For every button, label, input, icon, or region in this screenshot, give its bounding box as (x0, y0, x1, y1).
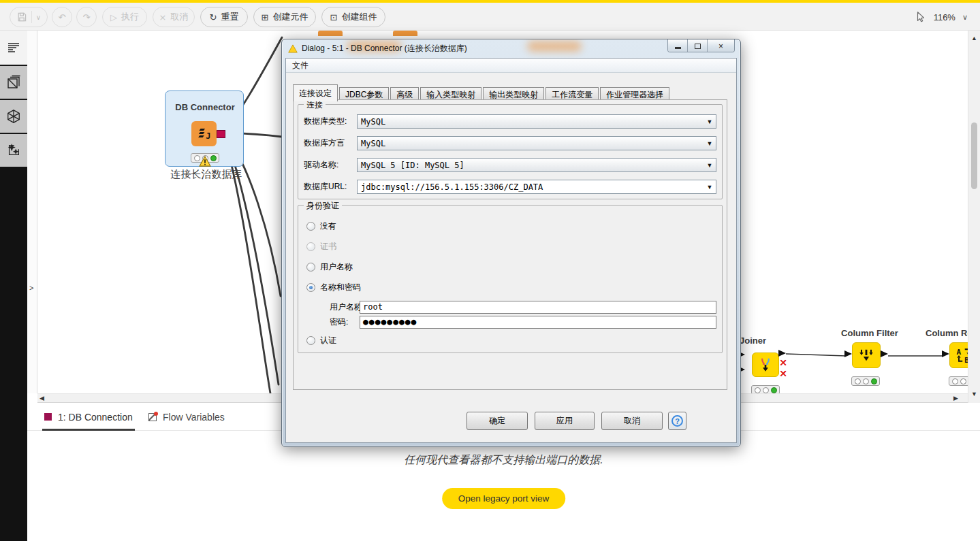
sidebar-item-3d-cube[interactable] (0, 99, 27, 133)
close-icon: × (718, 42, 723, 51)
radio-icon (306, 263, 315, 272)
scroll-up-arrow[interactable]: ▲ (971, 35, 977, 42)
traffic-light-status (851, 376, 880, 386)
db-url-label: 数据库URL: (304, 180, 358, 194)
execute-label: 执行 (121, 11, 139, 23)
main-toolbar: ∨ ↶ ↷ ▷ 执行 × 取消 ↻ 重置 ⊞ 创建元件 ⊡ 创建组件 116% (0, 3, 980, 31)
zoom-chevron-icon[interactable]: ∨ (962, 13, 968, 22)
scroll-down-arrow[interactable]: ▼ (971, 391, 977, 397)
column-rename-glyph-icon: A B (954, 346, 968, 365)
close-button[interactable]: × (708, 39, 734, 52)
driver-name-label: 驱动名称: (304, 158, 358, 172)
sidebar-item-description[interactable] (0, 31, 27, 65)
menu-file[interactable]: 文件 (292, 61, 309, 70)
minimize-icon (675, 47, 681, 49)
node-title: Column Re (926, 328, 968, 338)
db-type-label: 数据库类型: (304, 114, 358, 129)
tab-flow-variables[interactable]: Flow Variables (148, 403, 225, 431)
description-lines-icon (6, 40, 21, 55)
maximize-icon (695, 44, 701, 49)
undo-icon: ↶ (59, 12, 66, 22)
help-icon: ? (671, 415, 683, 427)
password-input[interactable]: ●●●●●●●●● (360, 316, 716, 329)
vertical-scrollbar[interactable]: ▲ ▼ (968, 31, 980, 403)
create-metanode-label: 创建元件 (272, 11, 308, 23)
error-x-icon: ✕ (779, 358, 787, 367)
node-joiner[interactable] (752, 353, 779, 377)
dialog-titlebar[interactable]: Dialog - 5:1 - DB Connector (连接长治数据库) × (282, 39, 740, 58)
username-input[interactable]: root (360, 301, 716, 314)
dialog-client-area: 文件 连接设定 JDBC参数 高级 输入类型映射 输出类型映射 工作流变量 作业… (285, 58, 737, 443)
tab-connection-settings[interactable]: 连接设定 (293, 84, 338, 101)
db-url-field[interactable]: jdbc:mysql://156.5.1.155:3306/CZ_DATA ▼ (357, 180, 716, 194)
auth-option-kerberos[interactable]: 认证 (306, 335, 336, 346)
maximize-button[interactable] (688, 39, 708, 52)
radio-icon (306, 222, 315, 231)
db-connector-node-icon[interactable]: J (191, 121, 217, 146)
reset-icon: ↻ (210, 12, 217, 22)
db-type-dropdown[interactable]: MySQL ▼ (357, 114, 716, 129)
sidebar-item-ai[interactable] (0, 133, 27, 167)
output-port-arrow[interactable] (881, 350, 888, 357)
app-root: ∨ ↶ ↷ ▷ 执行 × 取消 ↻ 重置 ⊞ 创建元件 ⊡ 创建组件 116% (0, 0, 980, 541)
scroll-left-arrow[interactable]: ◀ (39, 395, 44, 401)
sidebar-item-pages[interactable] (0, 65, 27, 99)
db-connector-dialog: Dialog - 5:1 - DB Connector (连接长治数据库) × … (281, 39, 741, 447)
node-annotation[interactable]: 连接长治数据库 (161, 168, 251, 181)
save-button-group[interactable]: ∨ (10, 7, 48, 27)
expand-panel-arrow[interactable]: > (29, 284, 33, 292)
node-column-rename[interactable]: A B (949, 342, 968, 368)
cancel-button[interactable]: 取消 (601, 412, 663, 430)
warning-triangle-icon (199, 156, 211, 169)
cancel-x-icon: × (159, 12, 167, 22)
ok-button[interactable]: 确定 (467, 412, 528, 430)
auth-option-username[interactable]: 用户名称 (306, 261, 353, 273)
help-button[interactable]: ? (668, 412, 686, 430)
input-port-arrow[interactable] (942, 350, 949, 357)
tab-db-connection[interactable]: 1: DB Connection (44, 403, 133, 431)
db-dialect-dropdown[interactable]: MySQL ▼ (357, 136, 716, 150)
chevron-down-icon: ∨ (36, 14, 41, 21)
undo-button[interactable]: ↶ (52, 7, 72, 27)
create-component-button[interactable]: ⊡ 创建组件 (321, 7, 385, 27)
dialog-title: Dialog - 5:1 - DB Connector (连接长治数据库) (288, 39, 467, 58)
scroll-right-arrow[interactable]: ▶ (953, 395, 958, 401)
left-sidebar (0, 31, 27, 541)
dropdown-arrow-icon: ▼ (704, 140, 716, 147)
db-output-port[interactable] (217, 130, 225, 138)
svg-text:A: A (957, 348, 962, 357)
redo-button[interactable]: ↷ (76, 7, 97, 27)
auth-option-username-password[interactable]: 名称和密码 (306, 282, 361, 293)
pointer-tool-icon[interactable] (915, 11, 927, 23)
joiner-glyph-icon (757, 356, 774, 374)
db-dialect-label: 数据库方言 (304, 136, 358, 150)
cancel-execution-button[interactable]: × 取消 (153, 7, 195, 27)
driver-name-value: MySQL 5 [ID: MySQL 5] (358, 161, 704, 170)
dialog-title-text: Dialog - 5:1 - DB Connector (连接长治数据库) (302, 43, 467, 54)
output-port-arrow[interactable] (778, 350, 786, 357)
warning-triangle-icon (288, 44, 298, 53)
auth-option-credentials[interactable]: 证书 (306, 241, 336, 252)
driver-name-dropdown[interactable]: MySQL 5 [ID: MySQL 5] ▼ (357, 158, 716, 172)
db-url-value: jdbc:mysql://156.5.1.155:3306/CZ_DATA (358, 182, 704, 192)
authentication-groupbox: 身份验证 没有 证书 用户名称 (298, 205, 723, 353)
play-icon: ▷ (110, 12, 117, 22)
column-filter-glyph-icon (857, 346, 876, 365)
radio-icon (306, 336, 315, 345)
scrollbar-thumb[interactable] (971, 122, 977, 189)
node-column-filter[interactable] (852, 342, 881, 368)
open-legacy-port-view-button[interactable]: Open legacy port view (442, 488, 566, 509)
node-title: Joiner (740, 335, 791, 346)
auth-option-none[interactable]: 没有 (306, 220, 336, 232)
apply-button[interactable]: 应用 (535, 412, 595, 430)
node-db-connector[interactable]: DB Connector J (165, 91, 244, 167)
db-port-square-icon (44, 413, 52, 421)
tab-label: Flow Variables (163, 412, 225, 423)
zoom-level[interactable]: 116% (934, 12, 955, 22)
create-metanode-button[interactable]: ⊞ 创建元件 (253, 7, 316, 27)
execute-button[interactable]: ▷ 执行 (102, 7, 147, 27)
radio-label: 证书 (320, 241, 336, 252)
reset-button[interactable]: ↻ 重置 (200, 7, 248, 27)
input-port-arrow[interactable] (844, 350, 852, 357)
minimize-button[interactable] (668, 39, 688, 52)
